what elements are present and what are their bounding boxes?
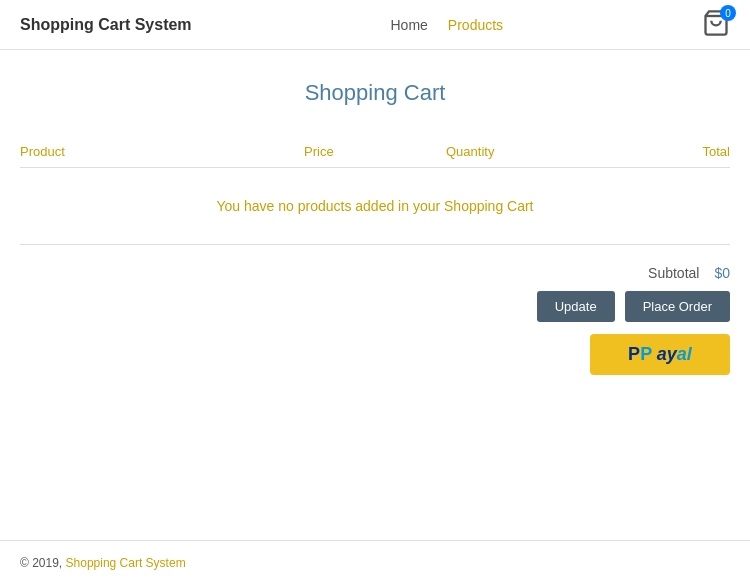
page-title: Shopping Cart (20, 80, 730, 106)
subtotal-label: Subtotal (648, 265, 699, 281)
col-total: Total (588, 144, 730, 159)
nav-links: Home Products (390, 17, 503, 33)
main-content: Shopping Cart Product Price Quantity Tot… (0, 50, 750, 395)
navbar: Shopping Cart System Home Products 0 (0, 0, 750, 50)
col-quantity: Quantity (446, 144, 588, 159)
cart-table-header: Product Price Quantity Total (20, 136, 730, 168)
cart-badge: 0 (720, 5, 736, 21)
action-buttons-row: Update Place Order (20, 291, 730, 322)
nav-products-link[interactable]: Products (448, 17, 503, 33)
cart-icon-button[interactable]: 0 (702, 9, 730, 40)
paypal-button[interactable]: PP ayal (590, 334, 730, 375)
brand-title: Shopping Cart System (20, 16, 192, 34)
subtotal-value: $0 (714, 265, 730, 281)
col-product: Product (20, 144, 304, 159)
update-button[interactable]: Update (537, 291, 615, 322)
paypal-row: PP ayal (20, 334, 730, 375)
paypal-logo: PP ayal (628, 344, 692, 365)
subtotal-row: Subtotal $0 (20, 245, 730, 291)
place-order-button[interactable]: Place Order (625, 291, 730, 322)
empty-cart-message: You have no products added in your Shopp… (20, 168, 730, 245)
col-price: Price (304, 144, 446, 159)
nav-home-link[interactable]: Home (390, 17, 427, 33)
